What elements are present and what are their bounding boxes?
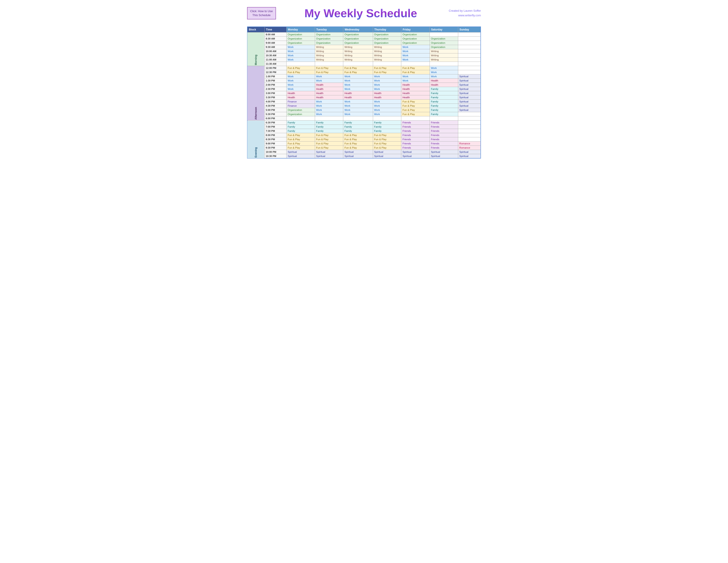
cell-thu: Organization xyxy=(373,37,401,41)
cell-sat: Spiritual xyxy=(430,154,458,158)
cell-tue: Fun & Play xyxy=(315,133,343,137)
cell-fri: Friends xyxy=(401,137,430,141)
time-cell: 7:00 PM xyxy=(265,125,286,129)
cell-wed: Health xyxy=(343,91,373,95)
cell-sun xyxy=(458,112,481,116)
cell-sun xyxy=(458,45,481,49)
cell-mon: Organization xyxy=(286,108,315,112)
cell-sun: Spiritual xyxy=(458,150,481,154)
cell-tue: Fun & Play xyxy=(315,70,343,74)
time-cell: 9:30 PM xyxy=(265,146,286,150)
cell-sat: Friends xyxy=(430,125,458,129)
cell-sun: Spiritual xyxy=(458,87,481,91)
time-cell: 10:00 PM xyxy=(265,150,286,154)
cell-mon: Organization xyxy=(286,32,315,37)
table-row: 12:30 PMFun & PlayFun & PlayFun & PlayFu… xyxy=(247,70,481,74)
col-time: Time xyxy=(265,27,286,32)
time-cell: 9:30 AM xyxy=(265,45,286,49)
cell-sun: Spiritual xyxy=(458,79,481,83)
cell-wed: Writing xyxy=(343,49,373,53)
click-how-to-use-button[interactable]: Click: How to Use This Schedule xyxy=(247,7,276,19)
cell-wed: Work xyxy=(343,112,373,116)
table-row: 1:30 PMWorkWorkWorkWorkWorkHealthSpiritu… xyxy=(247,79,481,83)
table-row: 8:30 PMFun & PlayFun & PlayFun & PlayFun… xyxy=(247,137,481,141)
click-box-line1: Click: How to Use xyxy=(250,9,273,13)
cell-sat: Family xyxy=(430,104,458,108)
cell-wed: Work xyxy=(343,104,373,108)
cell-tue: Fun & Play xyxy=(315,137,343,141)
table-row: 7:30 PMFamilyFamilyFamilyFamilyFriendsFr… xyxy=(247,129,481,133)
cell-sun xyxy=(458,137,481,141)
cell-tue: Work xyxy=(315,104,343,108)
cell-fri: Spiritual xyxy=(401,154,430,158)
page-title: My Weekly Schedule xyxy=(276,7,446,20)
cell-fri: Work xyxy=(401,79,430,83)
cell-fri: Work xyxy=(401,53,430,58)
cell-sat: Friends xyxy=(430,133,458,137)
cell-fri xyxy=(401,62,430,66)
cell-wed: Writing xyxy=(343,58,373,62)
cell-fri: Friends xyxy=(401,146,430,150)
cell-fri: Organization xyxy=(401,32,430,37)
cell-fri: Fun & Play xyxy=(401,70,430,74)
weekly-schedule-table: Block Time Monday Tuesday Wednesday Thur… xyxy=(247,26,481,158)
cell-thu: Work xyxy=(373,79,401,83)
cell-mon: Fun & Play xyxy=(286,133,315,137)
cell-tue: Work xyxy=(315,108,343,112)
time-cell: 5:00 PM xyxy=(265,108,286,112)
cell-tue: Health xyxy=(315,91,343,95)
cell-sun: Spiritual xyxy=(458,83,481,87)
cell-mon: Work xyxy=(286,83,315,87)
table-row: 8:30 AMOrganizationOrganizationOrganizat… xyxy=(247,37,481,41)
cell-thu: Work xyxy=(373,104,401,108)
click-box-line2: This Schedule xyxy=(252,13,270,17)
cell-fri: Fun & Play xyxy=(401,108,430,112)
cell-wed: Work xyxy=(343,87,373,91)
cell-tue: Organization xyxy=(315,32,343,37)
cell-mon: Health xyxy=(286,95,315,100)
cell-mon: Work xyxy=(286,53,315,58)
cell-sun xyxy=(458,41,481,45)
cell-tue: Health xyxy=(315,95,343,100)
cell-sat: Spiritual xyxy=(430,150,458,154)
cell-fri xyxy=(401,116,430,120)
cell-sat: Family xyxy=(430,91,458,95)
cell-tue: Writing xyxy=(315,53,343,58)
table-row: 10:30 PMSpiritualSpiritualSpiritualSpiri… xyxy=(247,154,481,158)
cell-wed: Fun & Play xyxy=(343,141,373,146)
cell-sat: Friends xyxy=(430,146,458,150)
time-cell: 6:00 PM xyxy=(265,116,286,120)
table-row: Morning8:00 AMOrganizationOrganizationOr… xyxy=(247,32,481,37)
table-row: 9:00 AMOrganizationOrganizationOrganizat… xyxy=(247,41,481,45)
cell-sun: Romance xyxy=(458,146,481,150)
cell-mon: Work xyxy=(286,74,315,79)
cell-wed: Fun & Play xyxy=(343,133,373,137)
cell-sun: Romance xyxy=(458,141,481,146)
cell-tue: Work xyxy=(315,79,343,83)
block-afternoon: Afternoon xyxy=(247,66,265,120)
cell-mon: Spiritual xyxy=(286,154,315,158)
cell-wed: Fun & Play xyxy=(343,146,373,150)
cell-wed: Work xyxy=(343,83,373,87)
table-row: 9:30 AMWorkWritingWritingWritingWorkOrga… xyxy=(247,45,481,49)
time-cell: 4:30 PM xyxy=(265,104,286,108)
cell-wed: Fun & Play xyxy=(343,137,373,141)
table-row: 9:00 PMFun & PlayFun & PlayFun & PlayFun… xyxy=(247,141,481,146)
cell-wed: Work xyxy=(343,79,373,83)
cell-tue: Writing xyxy=(315,49,343,53)
cell-sun xyxy=(458,66,481,70)
cell-thu: Organization xyxy=(373,41,401,45)
time-cell: 12:30 PM xyxy=(265,70,286,74)
time-cell: 1:30 PM xyxy=(265,79,286,83)
cell-fri: Work xyxy=(401,45,430,49)
cell-fri: Organization xyxy=(401,41,430,45)
cell-sat: Friends xyxy=(430,129,458,133)
cell-sun: Spiritual xyxy=(458,91,481,95)
cell-fri: Fun & Play xyxy=(401,100,430,104)
table-row: 11:00 AMWorkWritingWritingWritingWorkWri… xyxy=(247,58,481,62)
cell-wed: Organization xyxy=(343,41,373,45)
cell-fri: Health xyxy=(401,83,430,87)
cell-thu: Spiritual xyxy=(373,150,401,154)
cell-sun xyxy=(458,32,481,37)
col-friday: Friday xyxy=(401,27,430,32)
